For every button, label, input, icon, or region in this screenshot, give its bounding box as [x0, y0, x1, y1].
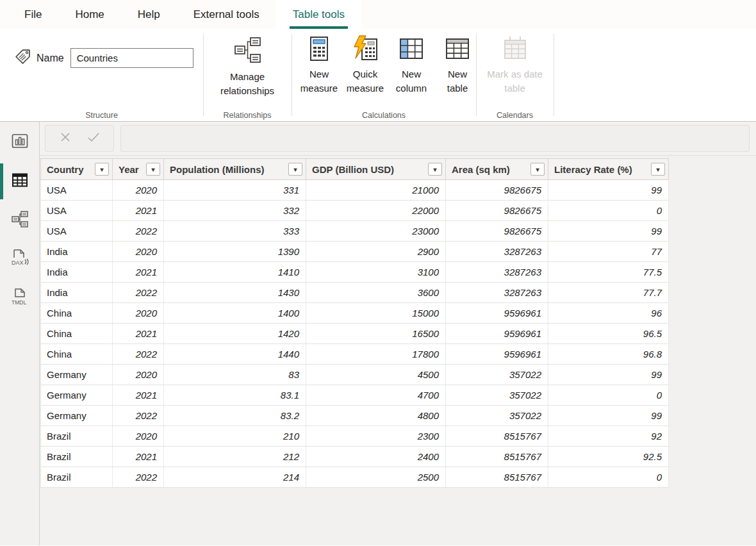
table-cell[interactable]: 212 — [164, 447, 306, 467]
table-cell[interactable]: 2021 — [113, 262, 164, 283]
table-cell[interactable]: 4500 — [306, 365, 446, 385]
tab-external-tools[interactable]: External tools — [177, 0, 276, 29]
new-column-button[interactable]: New column — [389, 35, 434, 95]
column-filter-dropdown[interactable]: ▾ — [288, 163, 302, 176]
table-cell[interactable]: 0 — [548, 201, 669, 221]
table-cell[interactable]: 4700 — [306, 385, 446, 406]
sidebar-item-report-view[interactable] — [0, 124, 40, 160]
column-filter-dropdown[interactable]: ▾ — [428, 163, 442, 176]
table-cell[interactable]: 15000 — [306, 303, 446, 324]
table-cell[interactable]: 0 — [548, 467, 669, 488]
table-cell[interactable]: 8515767 — [446, 447, 548, 467]
table-cell[interactable]: 3287263 — [446, 262, 548, 283]
sidebar-item-table-view[interactable] — [0, 163, 40, 199]
column-header[interactable]: Year▾ — [113, 159, 164, 180]
table-cell[interactable]: 8515767 — [446, 467, 548, 488]
table-cell[interactable]: Brazil — [41, 426, 113, 447]
column-filter-dropdown[interactable]: ▾ — [530, 163, 545, 176]
table-cell[interactable]: 332 — [164, 201, 306, 221]
table-cell[interactable]: India — [41, 262, 113, 283]
tab-table-tools[interactable]: Table tools — [276, 0, 361, 29]
column-header[interactable]: Area (sq km)▾ — [446, 159, 548, 180]
table-cell[interactable]: 2022 — [113, 467, 164, 488]
table-cell[interactable]: 2020 — [113, 180, 164, 201]
sidebar-item-dax-query-view[interactable]: DAX — [0, 242, 40, 277]
table-cell[interactable]: 1440 — [164, 344, 306, 365]
table-cell[interactable]: India — [41, 242, 113, 262]
column-header[interactable]: Country▾ — [41, 159, 113, 180]
table-cell[interactable]: 77.7 — [548, 283, 669, 303]
table-cell[interactable]: 9596961 — [446, 344, 548, 365]
table-cell[interactable]: 21000 — [306, 180, 446, 201]
table-cell[interactable]: 2022 — [113, 221, 164, 242]
table-cell[interactable]: 3287263 — [446, 242, 548, 262]
table-cell[interactable]: 1430 — [164, 283, 306, 303]
table-cell[interactable]: 92 — [548, 426, 669, 447]
sidebar-item-model-view[interactable] — [0, 203, 40, 238]
table-cell[interactable]: 2300 — [306, 426, 446, 447]
table-cell[interactable]: 210 — [164, 426, 306, 447]
quick-measure-button[interactable]: Quick measure — [343, 35, 388, 95]
table-cell[interactable]: USA — [41, 221, 113, 242]
table-cell[interactable]: 99 — [548, 406, 669, 426]
table-cell[interactable]: 83 — [164, 365, 306, 385]
table-cell[interactable]: 17800 — [306, 344, 446, 365]
table-cell[interactable]: 2021 — [113, 201, 164, 221]
commit-formula-button[interactable] — [79, 126, 108, 151]
table-cell[interactable]: India — [41, 283, 113, 303]
table-cell[interactable]: 357022 — [446, 385, 548, 406]
tab-home[interactable]: Home — [58, 0, 120, 29]
table-name-input[interactable] — [70, 48, 193, 68]
table-cell[interactable]: 2021 — [113, 447, 164, 467]
table-cell[interactable]: Germany — [41, 406, 113, 426]
table-cell[interactable]: 96 — [548, 303, 669, 324]
table-cell[interactable]: 2900 — [306, 242, 446, 262]
table-cell[interactable]: China — [41, 303, 113, 324]
table-cell[interactable]: Brazil — [41, 447, 113, 467]
table-cell[interactable]: Germany — [41, 385, 113, 406]
table-cell[interactable]: 77.5 — [548, 262, 669, 283]
table-cell[interactable]: 2400 — [306, 447, 446, 467]
table-cell[interactable]: 1420 — [164, 324, 306, 344]
table-cell[interactable]: China — [41, 344, 113, 365]
table-cell[interactable]: 214 — [164, 467, 306, 488]
table-cell[interactable]: 2021 — [113, 324, 164, 344]
table-cell[interactable]: 9596961 — [446, 324, 548, 344]
table-cell[interactable]: 2020 — [113, 365, 164, 385]
table-cell[interactable]: 96.8 — [548, 344, 669, 365]
table-cell[interactable]: 2022 — [113, 283, 164, 303]
table-cell[interactable]: 77 — [548, 242, 669, 262]
new-measure-button[interactable]: New measure — [297, 35, 341, 95]
table-cell[interactable]: 16500 — [306, 324, 446, 344]
table-cell[interactable]: 92.5 — [548, 447, 669, 467]
table-cell[interactable]: USA — [41, 201, 113, 221]
table-cell[interactable]: 9826675 — [446, 201, 548, 221]
table-cell[interactable]: 9826675 — [446, 180, 548, 201]
tab-help[interactable]: Help — [121, 0, 177, 29]
table-cell[interactable]: 2022 — [113, 406, 164, 426]
table-cell[interactable]: 22000 — [306, 201, 446, 221]
table-cell[interactable]: 3100 — [306, 262, 446, 283]
table-cell[interactable]: 3600 — [306, 283, 446, 303]
table-cell[interactable]: 99 — [548, 365, 669, 385]
table-cell[interactable]: 83.1 — [164, 385, 306, 406]
table-cell[interactable]: USA — [41, 180, 113, 201]
column-filter-dropdown[interactable]: ▾ — [651, 163, 665, 176]
column-header[interactable]: GDP (Billion USD)▾ — [306, 159, 446, 180]
formula-input[interactable] — [120, 125, 750, 152]
table-cell[interactable]: 357022 — [446, 365, 548, 385]
table-cell[interactable]: 4800 — [306, 406, 446, 426]
column-header[interactable]: Population (Millions)▾ — [164, 159, 306, 180]
table-cell[interactable]: 357022 — [446, 406, 548, 426]
table-cell[interactable]: 23000 — [306, 221, 446, 242]
table-cell[interactable]: 333 — [164, 221, 306, 242]
column-header[interactable]: Literacy Rate (%)▾ — [548, 159, 669, 180]
table-cell[interactable]: 0 — [548, 385, 669, 406]
table-cell[interactable]: 1400 — [164, 303, 306, 324]
table-cell[interactable]: 99 — [548, 180, 669, 201]
table-cell[interactable]: 331 — [164, 180, 306, 201]
table-cell[interactable]: 1410 — [164, 262, 306, 283]
table-cell[interactable]: 9826675 — [446, 221, 548, 242]
table-cell[interactable]: 3287263 — [446, 283, 548, 303]
column-filter-dropdown[interactable]: ▾ — [146, 163, 160, 176]
